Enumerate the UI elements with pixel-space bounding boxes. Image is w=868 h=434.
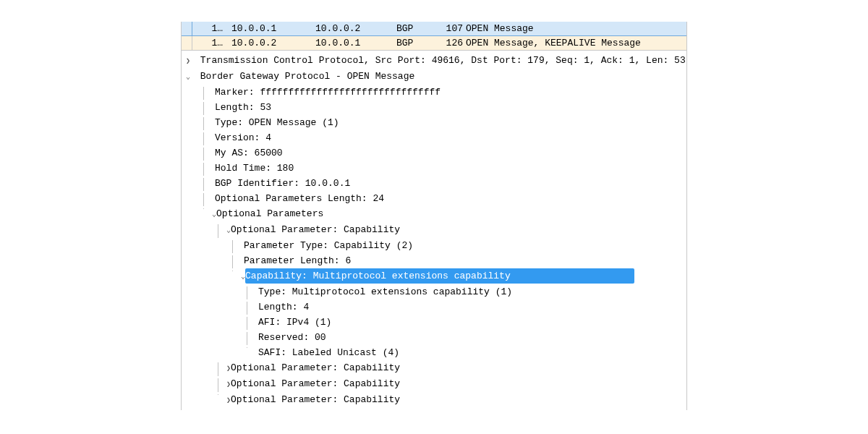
tree-label: Type: Multiprotocol extensions capabilit… <box>258 286 512 297</box>
tree-label: AFI: IPv4 (1) <box>258 317 331 328</box>
col-protocol: BGP <box>396 36 438 50</box>
tree-label: Hold Time: 180 <box>215 163 294 174</box>
tree-node-leaf[interactable]: Parameter Type: Capability (2) <box>182 238 686 253</box>
tree-node-capability[interactable]: ❯Optional Parameter: Capability <box>182 376 686 392</box>
tree-label: Type: OPEN Message (1) <box>215 117 339 128</box>
tree-node-capability[interactable]: ❯Optional Parameter: Capability <box>182 392 686 408</box>
tree-label: Optional Parameter: Capability <box>231 378 400 389</box>
tree-node-bgp[interactable]: ⌄ Border Gateway Protocol - OPEN Message <box>182 69 686 85</box>
tree-label: My AS: 65000 <box>215 148 283 158</box>
tree-label: Optional Parameters <box>216 208 323 219</box>
tree-label: Optional Parameter: Capability <box>231 394 400 405</box>
col-number: 1… <box>192 36 227 50</box>
col-info: OPEN Message, KEEPALIVE Message <box>466 36 686 50</box>
tree-node-leaf[interactable]: Hold Time: 180 <box>182 161 686 176</box>
tree-label: Optional Parameter: Capability <box>231 224 400 235</box>
tree-label: Border Gateway Protocol - OPEN Message <box>200 71 414 82</box>
tree-label: SAFI: Labeled Unicast (4) <box>258 347 399 358</box>
tree-node-leaf[interactable]: Type: Multiprotocol extensions capabilit… <box>182 284 686 299</box>
chevron-down-icon[interactable]: ⌄ <box>186 69 195 85</box>
col-number: 1… <box>192 22 227 35</box>
tree-label: Optional Parameter: Capability <box>231 362 400 373</box>
tree-label: Parameter Length: 6 <box>244 255 351 266</box>
col-protocol: BGP <box>396 22 438 35</box>
tree-node-capability[interactable]: ⌄Optional Parameter: Capability <box>182 222 686 238</box>
tree-label: BGP Identifier: 10.0.0.1 <box>215 178 350 189</box>
col-info: OPEN Message <box>466 22 686 35</box>
tree-label: Transmission Control Protocol, Src Port:… <box>200 55 686 66</box>
tree-node-leaf[interactable]: Type: OPEN Message (1) <box>182 115 686 130</box>
packet-list-row[interactable]: 1… 10.0.0.1 10.0.0.2 BGP 107 OPEN Messag… <box>182 22 686 36</box>
tree-node-leaf[interactable]: Version: 4 <box>182 130 686 145</box>
tree-label: Reserved: 00 <box>258 332 326 343</box>
packet-details-tree: ❯ Transmission Control Protocol, Src Por… <box>182 51 686 410</box>
tree-node-capability-detail[interactable]: ⌄Capability: Multiprotocol extensions ca… <box>182 268 686 284</box>
tree-node-leaf[interactable]: My AS: 65000 <box>182 145 686 161</box>
tree-node-leaf[interactable]: Marker: ffffffffffffffffffffffffffffffff <box>182 85 686 100</box>
col-dest: 10.0.0.1 <box>315 36 396 50</box>
row-gutter <box>182 22 192 35</box>
tree-label: Optional Parameters Length: 24 <box>215 193 384 204</box>
tree-node-leaf[interactable]: Reserved: 00 <box>182 330 686 345</box>
packet-list-row[interactable]: 1… 10.0.0.2 10.0.0.1 BGP 126 OPEN Messag… <box>182 36 686 51</box>
col-source: 10.0.0.1 <box>227 22 315 35</box>
tree-node-tcp[interactable]: ❯ Transmission Control Protocol, Src Por… <box>182 53 686 69</box>
tree-node-leaf[interactable]: SAFI: Labeled Unicast (4) <box>182 345 686 360</box>
tree-node-leaf[interactable]: Optional Parameters Length: 24 <box>182 191 686 206</box>
col-dest: 10.0.0.2 <box>315 22 396 35</box>
tree-node-leaf[interactable]: Length: 53 <box>182 100 686 115</box>
tree-label: Parameter Type: Capability (2) <box>244 240 413 251</box>
tree-node-leaf[interactable]: Length: 4 <box>182 299 686 315</box>
tree-label: Length: 53 <box>215 102 271 113</box>
col-length: 107 <box>438 22 466 35</box>
col-length: 126 <box>438 36 466 50</box>
tree-node-leaf[interactable]: BGP Identifier: 10.0.0.1 <box>182 176 686 191</box>
tree-label-selected: Capability: Multiprotocol extensions cap… <box>245 268 634 284</box>
tree-label: Length: 4 <box>258 302 309 312</box>
row-gutter <box>182 36 192 50</box>
tree-node-leaf[interactable]: Parameter Length: 6 <box>182 253 686 268</box>
tree-label: Marker: ffffffffffffffffffffffffffffffff <box>215 87 441 98</box>
tree-node-optional-params[interactable]: ⌄Optional Parameters <box>182 206 686 222</box>
tree-node-leaf[interactable]: AFI: IPv4 (1) <box>182 315 686 330</box>
chevron-right-icon[interactable]: ❯ <box>186 54 195 69</box>
tree-label: Version: 4 <box>215 132 271 143</box>
col-source: 10.0.0.2 <box>227 36 315 50</box>
packet-analyzer-panel: 1… 10.0.0.1 10.0.0.2 BGP 107 OPEN Messag… <box>181 22 687 410</box>
tree-node-capability[interactable]: ❯Optional Parameter: Capability <box>182 360 686 376</box>
